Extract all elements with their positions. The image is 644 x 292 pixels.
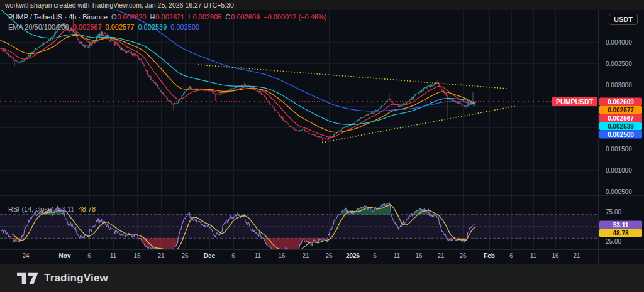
symbol-legend[interactable]: PUMP / TetherUS · 4h · BinanceO0.002620H… [8, 13, 326, 21]
tradingview-logo-icon [17, 271, 38, 285]
time-axis-label: 6 [509, 252, 513, 259]
ema-legend[interactable]: EMA 20/50/100/2000.0025670.0025770.00253… [8, 23, 199, 31]
time-axis-label: 16 [278, 252, 285, 259]
time-axis-label: 26 [325, 252, 332, 259]
ema-value: 0.002577 [106, 23, 135, 31]
time-axis-label: 11 [530, 252, 536, 259]
time-axis-label: 16 [415, 252, 422, 259]
price-tag: 0.002500 [599, 131, 642, 139]
time-axis-label: 16 [552, 252, 558, 259]
price-axis-label: 0.004000 [606, 39, 632, 46]
time-axis-label: Nov [59, 252, 71, 259]
time-axis-label: 11 [394, 252, 400, 259]
price-tag: 0.002577 [599, 106, 642, 114]
price-axis-label: 75.00 [606, 208, 621, 215]
time-axis-label: 11 [255, 252, 261, 259]
price-tag: 0.002609 [599, 98, 642, 106]
rsi-value: 53.11 [58, 205, 75, 213]
price-tag: 0.002539 [599, 122, 642, 131]
time-axis-label: 16 [133, 252, 140, 259]
ema-value: 0.002500 [170, 23, 199, 31]
time-axis-label: 26 [181, 252, 188, 259]
ema-legend-label: EMA 20/50/100/200 [8, 23, 69, 31]
time-axis-label: 6 [231, 252, 235, 259]
ohlc-key: H [150, 13, 155, 21]
rsi-tag: 48.78 [599, 229, 642, 237]
time-axis-label: 6 [87, 252, 91, 259]
price-axis-label: 0.001500 [606, 146, 632, 153]
rsi-value: 48.78 [78, 205, 96, 213]
price-axis-label: 0.000500 [606, 188, 632, 195]
ohlc-value: 0.002609 [231, 13, 260, 21]
ohlc-key: L [188, 13, 192, 21]
price-axis-label: 25.00 [606, 238, 621, 245]
time-axis-label: 21 [302, 252, 309, 259]
rsi-legend-values: 53.1148.78 [54, 205, 96, 213]
currency-button[interactable]: USDT [609, 14, 638, 25]
ohlc-value: 0.002671 [155, 13, 184, 21]
ohlc-value: 0.002620 [118, 13, 147, 21]
price-axis-label: 0.003500 [606, 60, 632, 67]
change-value: −0.000012 (−0.46%) [264, 13, 326, 21]
time-axis-label: Feb [484, 252, 495, 259]
symbol-title[interactable]: PUMP / TetherUS · 4h · Binance [8, 13, 108, 21]
ohlc-key: O [111, 13, 117, 21]
time-axis-label: 24 [22, 252, 29, 259]
rsi-legend[interactable]: RSI (14, close)53.1148.78 [8, 205, 96, 213]
tradingview-wordmark: TradingView [44, 272, 108, 284]
ema-legend-values: 0.0025670.0025770.0025390.002500 [69, 23, 200, 31]
price-tag: 0.002567 [599, 114, 642, 122]
time-axis-label: 6 [373, 252, 377, 259]
time-axis-label: 2026 [346, 252, 360, 259]
chart-canvas[interactable] [0, 0, 644, 292]
time-axis-label: 21 [157, 252, 164, 259]
time-axis-label: 11 [110, 252, 116, 259]
ohlc-value: 0.002605 [192, 13, 221, 21]
time-axis-label: Dec [204, 252, 215, 259]
tradingview-screenshot: workwithshayan created with TradingView.… [0, 0, 644, 292]
time-axis-label: 21 [573, 252, 580, 259]
ohlc-key: C [225, 13, 230, 21]
tradingview-logo[interactable]: TradingView [17, 271, 108, 285]
ohlc-values: O0.002620H0.002671L0.002605C0.002609−0.0… [108, 13, 326, 21]
ema-value: 0.002567 [73, 23, 102, 31]
price-axis-label: 0.003000 [606, 82, 632, 89]
ema-value: 0.002539 [138, 23, 167, 31]
price-axis-label: 0.001000 [606, 167, 632, 174]
symbol-price-tag: PUMPUSDT [552, 97, 597, 106]
time-axis-label: 21 [437, 252, 444, 259]
time-axis-label: 26 [459, 252, 466, 259]
footer-bar: TradingView [0, 264, 644, 292]
rsi-legend-label: RSI (14, close) [8, 205, 54, 213]
rsi-tag: 53.11 [599, 221, 642, 229]
